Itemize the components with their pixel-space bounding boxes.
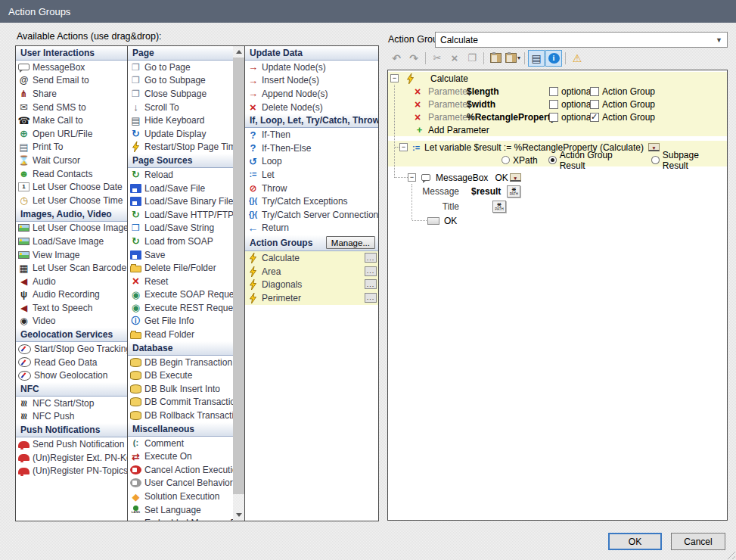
edit-action-group-button[interactable]: ...	[365, 279, 377, 289]
action-item-load-save-binary-file[interactable]: Load/Save Binary File	[128, 194, 244, 208]
tree-group-row[interactable]: Calculate	[388, 72, 727, 85]
manage-button[interactable]: Manage...	[326, 236, 375, 249]
delete-parameter-icon[interactable]: ×	[415, 86, 424, 97]
action-item-read-contacts[interactable]: ☻Read Contacts	[16, 167, 127, 181]
xpath-button[interactable]: XPATH	[492, 201, 506, 213]
action-item-execute-rest-request[interactable]: ◉Execute REST Request	[128, 301, 244, 315]
action-item-solution-execution[interactable]: ◆Solution Execution	[128, 490, 244, 503]
action-item-un-register-pn-topics[interactable]: (Un)Register PN-Topics	[16, 464, 127, 478]
parameter-row-rectangleproperty[interactable]: ×Parameter%RectanglePropertyoptionalActi…	[388, 110, 727, 123]
redo-button[interactable]: ↷	[405, 50, 422, 67]
add-parameter-row[interactable]: + Add Parameter	[388, 123, 727, 136]
action-item-append-node-s[interactable]: →Append Node(s)	[245, 87, 378, 101]
collapse-icon[interactable]	[399, 143, 408, 151]
collapse-icon[interactable]	[390, 74, 399, 82]
action-item-area[interactable]: Area...	[245, 265, 378, 278]
action-item-let-user-choose-date[interactable]: Let User Choose Date	[16, 180, 127, 194]
action-item-let-user-scan-barcode[interactable]: ▦Let User Scan Barcode	[16, 261, 127, 275]
action-item-print-to[interactable]: ▤Print To	[16, 141, 127, 154]
action-item-delete-node-s[interactable]: ×Delete Node(s)	[245, 101, 378, 114]
action-item-un-register-ext-pn-key[interactable]: (Un)Register Ext. PN-Key	[16, 451, 127, 465]
action-item-update-node-s[interactable]: →Update Node(s)	[245, 61, 378, 74]
action-item-scroll-to[interactable]: ↓Scroll To	[128, 101, 244, 114]
action-item-load-save-http-ftp[interactable]: ↻Load/Save HTTP/FTP	[128, 208, 244, 222]
action-item-nfc-start-stop[interactable]: ≋NFC Start/Stop	[16, 397, 127, 410]
action-item-send-push-notification[interactable]: Send Push Notification	[16, 437, 127, 451]
delete-parameter-icon[interactable]: ×	[415, 112, 424, 123]
action-item-wait-cursor[interactable]: ⌛Wait Cursor	[16, 154, 127, 167]
ok-button[interactable]: OK	[608, 533, 662, 550]
xpath-button[interactable]: XPATH	[507, 185, 520, 198]
action-item-start-stop-geo-tracking[interactable]: Start/Stop Geo Tracking	[16, 342, 127, 356]
copy-button[interactable]: ❐	[464, 50, 480, 67]
parameter-row-length[interactable]: ×Parameter$lengthoptionalAction Group	[388, 85, 727, 98]
action-group-checkbox[interactable]	[590, 100, 599, 109]
resize-grip[interactable]	[725, 549, 735, 559]
action-item-let[interactable]: :=Let	[245, 168, 378, 182]
edit-action-group-button[interactable]: ...	[365, 266, 377, 276]
edit-action-group-button[interactable]: ...	[365, 293, 377, 303]
action-item-calculate[interactable]: Calculate...	[245, 251, 378, 265]
action-item-text-to-speech[interactable]: ◀Text to Speech	[16, 301, 127, 315]
show-grid-button[interactable]: ▤	[528, 50, 545, 67]
action-item-hide-keyboard[interactable]: ▤Hide Keyboard	[128, 114, 244, 127]
action-item-restart-stop-page-timer[interactable]: Restart/Stop Page Timer	[128, 141, 244, 154]
action-item-get-file-info[interactable]: ⓘGet File Info	[128, 315, 244, 328]
action-item-insert-node-s[interactable]: →Insert Node(s)	[245, 74, 378, 88]
scrollbar-thumb[interactable]	[233, 58, 244, 494]
action-item-share[interactable]: ⋔Share	[16, 87, 127, 101]
radio-action-group-result[interactable]: Action Group Result	[548, 150, 641, 171]
action-item-cancel-action-execution[interactable]: Cancel Action Execution	[128, 463, 244, 477]
parameter-row-width[interactable]: ×Parameter$widthoptionalAction Group	[388, 98, 727, 110]
edit-action-group-button[interactable]: ...	[365, 253, 377, 263]
action-item-show-geolocation[interactable]: Show Geolocation	[16, 369, 127, 382]
collapse-icon[interactable]	[408, 173, 416, 182]
action-group-checkbox[interactable]	[590, 87, 599, 96]
action-item-try-catch-server-connection[interactable]: {}(Try/Catch Server Connection	[245, 208, 378, 222]
action-item-messagebox[interactable]: MessageBox	[16, 61, 127, 74]
paste-button[interactable]	[487, 50, 504, 67]
parameter-name[interactable]: %RectangleProperty	[467, 112, 555, 123]
action-item-close-subpage[interactable]: ❐Close Subpage	[128, 87, 244, 101]
action-item-db-begin-transaction[interactable]: DB Begin Transaction	[128, 356, 244, 369]
action-item-if-then-else[interactable]: ?If-Then-Else	[245, 142, 378, 155]
action-item-read-folder[interactable]: Read Folder	[128, 328, 244, 341]
action-item-go-to-page[interactable]: ❐Go to Page	[128, 61, 244, 74]
radio-xpath[interactable]: XPath	[502, 155, 538, 166]
paste-special-button[interactable]: ▾	[505, 50, 521, 67]
action-group-combobox[interactable]: Calculate ▼	[435, 32, 728, 48]
delete-parameter-icon[interactable]: ×	[415, 99, 424, 110]
action-item-execute-soap-request[interactable]: ◉Execute SOAP Request	[128, 288, 244, 302]
action-item-set-language[interactable]: Set Language	[128, 503, 244, 517]
action-item-send-email-to[interactable]: @Send Email to	[16, 74, 127, 88]
optional-checkbox[interactable]	[549, 113, 558, 122]
action-item-audio-recording[interactable]: ψAudio Recording	[16, 288, 127, 302]
warnings-button[interactable]: ⚠	[569, 50, 585, 67]
show-info-button[interactable]	[545, 50, 562, 67]
action-item-save[interactable]: Save	[128, 248, 244, 262]
radio-subpage-result[interactable]: Subpage Result	[651, 150, 727, 171]
message-field-value[interactable]: $result	[471, 186, 501, 197]
action-item-diagonals[interactable]: Diagonals...	[245, 278, 378, 291]
action-item-perimeter[interactable]: Perimeter...	[245, 291, 378, 305]
action-item-make-call-to[interactable]: ☎Make Call to	[16, 114, 127, 127]
cancel-button[interactable]: Cancel	[671, 533, 725, 550]
action-item-let-user-choose-image[interactable]: Let User Choose Image	[16, 222, 127, 235]
action-item-db-rollback-transaction[interactable]: DB Rollback Transaction	[128, 409, 244, 422]
action-item-embedded-message-back[interactable]: ✉Embedded Message Back	[128, 516, 244, 521]
action-item-view-image[interactable]: View Image	[16, 248, 127, 262]
action-item-read-geo-data[interactable]: Read Geo Data	[16, 356, 127, 369]
action-item-if-then[interactable]: ?If-Then	[245, 128, 378, 142]
action-item-audio[interactable]: ◀Audio	[16, 275, 127, 288]
action-item-db-commit-transaction[interactable]: DB Commit Transaction	[128, 396, 244, 409]
action-item-execute-on[interactable]: ⇄Execute On	[128, 450, 244, 463]
messagebox-row[interactable]: MessageBox OK	[388, 171, 727, 184]
action-item-nfc-push[interactable]: ≋NFC Push	[16, 410, 127, 424]
scrollbar-down-button[interactable]	[233, 509, 244, 521]
action-item-let-user-choose-time[interactable]: ◷Let User Choose Time	[16, 194, 127, 207]
scrollbar[interactable]	[233, 46, 244, 521]
dropdown-button[interactable]	[510, 173, 521, 182]
action-item-throw[interactable]: ⊘Throw	[245, 182, 378, 195]
action-item-load-save-string[interactable]: ❒Load/Save String	[128, 222, 244, 235]
ok-button-row[interactable]: OK	[388, 214, 727, 228]
